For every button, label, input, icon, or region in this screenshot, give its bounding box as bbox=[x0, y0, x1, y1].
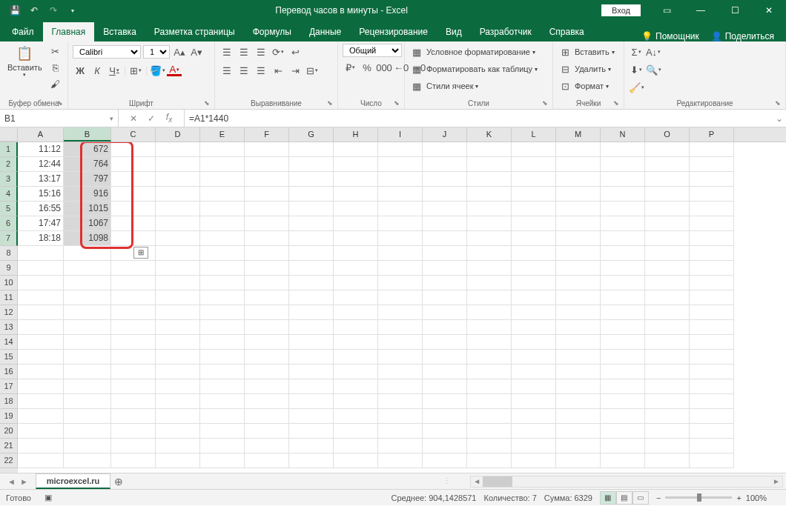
cell[interactable] bbox=[289, 157, 334, 172]
cell[interactable] bbox=[645, 142, 690, 157]
cell[interactable]: 916 bbox=[64, 187, 111, 202]
cell[interactable] bbox=[378, 335, 423, 350]
cell[interactable]: 797 bbox=[64, 172, 111, 187]
cell[interactable] bbox=[690, 216, 734, 231]
orientation-icon[interactable]: ⟳ bbox=[271, 44, 285, 59]
col-header-N[interactable]: N bbox=[601, 127, 645, 142]
cell[interactable] bbox=[601, 453, 645, 468]
cell[interactable] bbox=[111, 394, 156, 409]
cell[interactable] bbox=[64, 320, 111, 335]
cell[interactable] bbox=[423, 350, 467, 365]
cell[interactable] bbox=[601, 276, 645, 290]
border-icon[interactable]: ⊞ bbox=[128, 63, 143, 78]
cell[interactable] bbox=[18, 276, 64, 290]
cell[interactable] bbox=[378, 305, 423, 320]
cell[interactable] bbox=[556, 172, 601, 187]
currency-icon[interactable]: ₽ bbox=[343, 60, 357, 75]
cell[interactable] bbox=[423, 453, 467, 468]
cell[interactable] bbox=[556, 142, 601, 157]
horizontal-scrollbar[interactable]: ◄ ► bbox=[470, 476, 783, 488]
cell[interactable] bbox=[423, 320, 467, 335]
cell[interactable] bbox=[289, 350, 334, 365]
cell[interactable] bbox=[111, 439, 156, 453]
cell[interactable] bbox=[289, 202, 334, 216]
cell[interactable] bbox=[200, 261, 245, 276]
cell[interactable] bbox=[601, 261, 645, 276]
cell[interactable] bbox=[156, 379, 200, 394]
cell[interactable] bbox=[64, 290, 111, 305]
cell[interactable]: 11:12 bbox=[18, 142, 64, 157]
cell[interactable] bbox=[111, 424, 156, 439]
cell[interactable] bbox=[556, 453, 601, 468]
cell[interactable] bbox=[111, 350, 156, 365]
tab-view[interactable]: Вид bbox=[437, 22, 471, 41]
cell[interactable] bbox=[645, 424, 690, 439]
cell[interactable] bbox=[601, 320, 645, 335]
page-layout-view-icon[interactable]: ▤ bbox=[616, 491, 633, 505]
cell[interactable] bbox=[645, 409, 690, 424]
cell[interactable] bbox=[556, 216, 601, 231]
cell[interactable] bbox=[245, 276, 289, 290]
cell[interactable] bbox=[690, 187, 734, 202]
row-header[interactable]: 21 bbox=[0, 439, 18, 453]
col-header-I[interactable]: I bbox=[378, 127, 423, 142]
cell[interactable] bbox=[200, 394, 245, 409]
cell[interactable] bbox=[334, 142, 378, 157]
cell[interactable] bbox=[378, 379, 423, 394]
cell[interactable] bbox=[289, 290, 334, 305]
cell[interactable] bbox=[645, 290, 690, 305]
cell[interactable] bbox=[378, 202, 423, 216]
cell[interactable] bbox=[378, 350, 423, 365]
cell[interactable] bbox=[378, 365, 423, 379]
cell[interactable] bbox=[156, 335, 200, 350]
macro-record-icon[interactable]: ▣ bbox=[44, 493, 52, 502]
cell[interactable] bbox=[245, 320, 289, 335]
cell[interactable] bbox=[423, 290, 467, 305]
cell[interactable] bbox=[690, 142, 734, 157]
cell[interactable] bbox=[423, 409, 467, 424]
cell[interactable] bbox=[467, 231, 512, 246]
cell[interactable] bbox=[245, 379, 289, 394]
fill-icon[interactable]: ⬇ bbox=[629, 62, 644, 77]
cell[interactable] bbox=[200, 439, 245, 453]
enter-formula-icon[interactable]: ✓ bbox=[144, 113, 159, 124]
cell[interactable] bbox=[690, 335, 734, 350]
cell[interactable] bbox=[111, 305, 156, 320]
cell[interactable] bbox=[245, 172, 289, 187]
sheet-tab[interactable]: microexcel.ru bbox=[36, 473, 111, 489]
cell[interactable] bbox=[200, 453, 245, 468]
cell[interactable] bbox=[378, 409, 423, 424]
cell[interactable] bbox=[645, 320, 690, 335]
cell[interactable] bbox=[245, 142, 289, 157]
cell[interactable] bbox=[423, 394, 467, 409]
cell[interactable] bbox=[423, 172, 467, 187]
cell[interactable] bbox=[467, 216, 512, 231]
cell[interactable] bbox=[200, 409, 245, 424]
font-color-icon[interactable]: A bbox=[167, 64, 182, 76]
cell[interactable] bbox=[690, 394, 734, 409]
share-button[interactable]: 👤 Поделиться bbox=[711, 31, 774, 41]
cell[interactable] bbox=[378, 187, 423, 202]
cell[interactable] bbox=[289, 453, 334, 468]
cell[interactable] bbox=[245, 439, 289, 453]
tab-formulas[interactable]: Формулы bbox=[244, 22, 300, 41]
cell[interactable] bbox=[245, 157, 289, 172]
cell[interactable] bbox=[289, 246, 334, 261]
cell[interactable] bbox=[156, 424, 200, 439]
cell[interactable] bbox=[378, 290, 423, 305]
row-header[interactable]: 11 bbox=[0, 290, 18, 305]
autofill-options-icon[interactable]: ⊞ bbox=[133, 247, 148, 259]
cell[interactable] bbox=[556, 409, 601, 424]
cell[interactable] bbox=[245, 305, 289, 320]
row-header[interactable]: 13 bbox=[0, 320, 18, 335]
cell[interactable] bbox=[18, 320, 64, 335]
cell[interactable] bbox=[467, 172, 512, 187]
cell[interactable] bbox=[645, 394, 690, 409]
cell[interactable] bbox=[645, 157, 690, 172]
cell[interactable] bbox=[111, 261, 156, 276]
login-button[interactable]: Вход bbox=[601, 4, 641, 16]
cell[interactable] bbox=[690, 290, 734, 305]
col-header-P[interactable]: P bbox=[690, 127, 734, 142]
cell[interactable] bbox=[378, 246, 423, 261]
cell[interactable] bbox=[18, 424, 64, 439]
